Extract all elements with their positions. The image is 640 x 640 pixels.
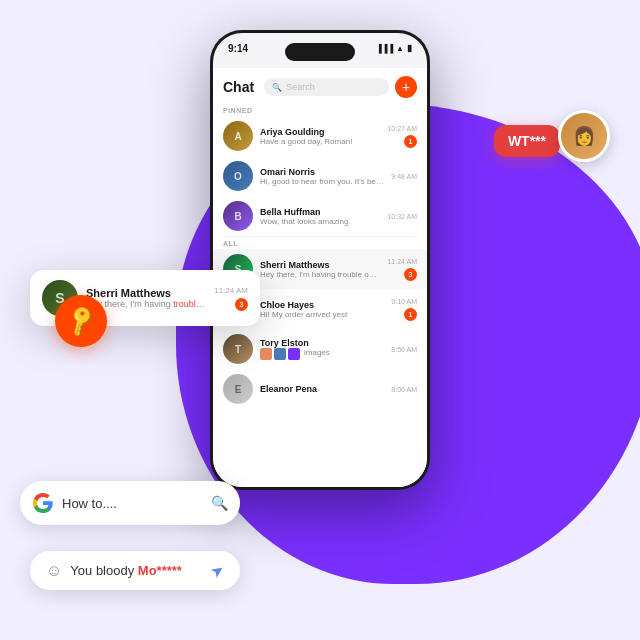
search-icon-google: 🔍 <box>211 495 228 511</box>
send-icon[interactable]: ➤ <box>207 559 229 582</box>
add-chat-button[interactable]: + <box>395 76 417 98</box>
badge-sherri: 3 <box>404 268 417 281</box>
battery-icon: ▮ <box>407 43 412 53</box>
popup-meta: 11:24 AM 3 <box>214 286 248 311</box>
popup-time: 11:24 AM <box>214 286 248 295</box>
popup-info: Sherri Matthews Hey there, I'm having tr… <box>86 287 206 309</box>
popup-badge: 3 <box>235 298 248 311</box>
chat-header: Chat 🔍 Search + <box>213 68 427 104</box>
chat-item-eleanor[interactable]: E Eleanor Pena 8:00 AM <box>213 369 427 409</box>
images-label: images <box>304 348 330 360</box>
message-bubble[interactable]: ☺ You bloody Mo***** ➤ <box>30 551 240 590</box>
image-thumbnails: images <box>260 348 384 360</box>
search-bar[interactable]: 🔍 Search <box>264 78 389 96</box>
censored-word: Mo***** <box>138 563 182 578</box>
chat-info-omari: Omari Norris Hi, good to hear from you. … <box>260 167 384 186</box>
smiley-icon: ☺ <box>46 562 62 580</box>
chat-info-tory: Tory Elston images <box>260 338 384 360</box>
chat-info-eleanor: Eleanor Pena <box>260 384 384 394</box>
chat-item-tory[interactable]: T Tory Elston images <box>213 329 427 369</box>
search-icon-small: 🔍 <box>272 83 282 92</box>
trouble-word: trouble <box>173 299 205 309</box>
chat-item-bella[interactable]: B Bella Huffman Wow, that looks amazing.… <box>213 196 427 236</box>
chat-info-bella: Bella Huffman Wow, that looks amazing. <box>260 207 380 226</box>
dynamic-island <box>285 43 355 61</box>
chat-info-ariya: Ariya Goulding Have a good day, Roman! <box>260 127 380 146</box>
avatar-eleanor: E <box>223 374 253 404</box>
key-icon: 🔑 <box>63 303 99 339</box>
chat-meta-bella: 10:32 AM <box>387 213 417 220</box>
message-text: You bloody Mo***** <box>70 563 203 578</box>
chat-info-sherri: Sherri Matthews Hey there, I'm having tr… <box>260 260 380 279</box>
avatar-omari: O <box>223 161 253 191</box>
avatar-tory: T <box>223 334 253 364</box>
google-search-bar[interactable]: How to.... 🔍 <box>20 481 240 525</box>
wt-label: WT*** <box>494 125 560 157</box>
chat-info-chloe: Chloe Hayes Hi! My order arrived yest <box>260 300 384 319</box>
top-right-avatar: 👩 <box>558 110 610 162</box>
popup-name: Sherri Matthews <box>86 287 206 299</box>
thumb-1 <box>260 348 272 360</box>
chat-meta-chloe: 9:10 AM 1 <box>391 298 417 321</box>
avatar-ariya: A <box>223 121 253 151</box>
google-search-text: How to.... <box>62 496 203 511</box>
thumb-3 <box>288 348 300 360</box>
status-time: 9:14 <box>228 43 248 54</box>
chat-meta-omari: 9:48 AM <box>391 173 417 180</box>
key-icon-bubble: 🔑 <box>55 295 107 347</box>
all-section-label: ALL <box>213 237 427 249</box>
badge-chloe: 1 <box>404 308 417 321</box>
google-g-icon <box>32 492 54 514</box>
avatar-bella: B <box>223 201 253 231</box>
phone-frame: 9:14 ▐▐▐ ▲ ▮ Chat 🔍 Search + <box>210 30 430 490</box>
chat-meta-sherri: 11:24 AM 3 <box>387 258 417 281</box>
chat-item-ariya[interactable]: A Ariya Goulding Have a good day, Roman!… <box>213 116 427 156</box>
chat-title: Chat <box>223 79 254 95</box>
signal-icon: ▐▐▐ <box>376 44 393 53</box>
pinned-section-label: PINNED <box>213 104 427 116</box>
status-icons: ▐▐▐ ▲ ▮ <box>376 43 412 53</box>
badge-ariya: 1 <box>404 135 417 148</box>
thumb-2 <box>274 348 286 360</box>
search-placeholder: Search <box>286 82 315 92</box>
wifi-icon: ▲ <box>396 44 404 53</box>
chat-item-omari[interactable]: O Omari Norris Hi, good to hear from you… <box>213 156 427 196</box>
popup-message: Hey there, I'm having trouble open.... <box>86 299 206 309</box>
chat-meta-eleanor: 8:00 AM <box>391 386 417 393</box>
chat-meta-ariya: 10:27 AM 1 <box>387 125 417 148</box>
chat-meta-tory: 8:56 AM <box>391 346 417 353</box>
